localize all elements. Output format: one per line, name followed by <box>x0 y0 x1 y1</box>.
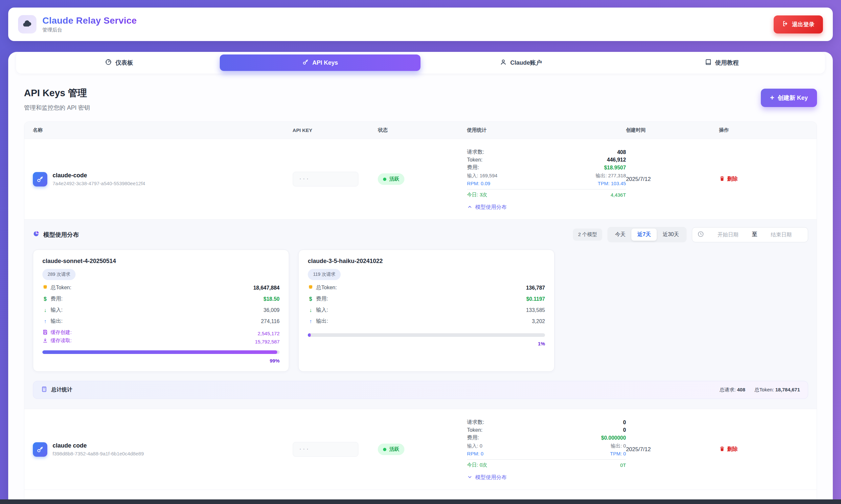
stat-label: 总Token: <box>316 284 337 291</box>
model-distribution-toggle[interactable]: 模型使用分布 <box>467 204 507 211</box>
usage-progress-track <box>308 333 545 337</box>
created-date: 2025/7/12 <box>626 176 719 183</box>
stat-value: $0.1197 <box>526 296 545 302</box>
create-key-button[interactable]: + 创建新 Key <box>761 89 817 107</box>
toggle-label: 模型使用分布 <box>475 204 507 211</box>
model-total-tokens: 总Token: 18,647,884 <box>42 284 280 291</box>
tab-tutorial[interactable]: 使用教程 <box>621 54 823 71</box>
model-distribution-controls: 2 个模型 今天 近7天 近30天 至 <box>573 227 808 242</box>
usage-percent: 1% <box>308 341 545 346</box>
stat-today: 今日: 0次 0T <box>467 462 626 468</box>
status-cell: 活跃 <box>378 444 467 455</box>
stat-tokens: Token: 0 <box>467 427 626 433</box>
gauge-icon <box>105 59 112 67</box>
stat-output: 输出: 0 <box>611 443 626 449</box>
model-distribution-toggle[interactable]: 模型使用分布 <box>467 474 507 481</box>
tab-api-keys[interactable]: API Keys <box>220 54 421 71</box>
tab-dashboard[interactable]: 仪表板 <box>19 54 220 71</box>
time-filter-segmented: 今天 近7天 近30天 <box>608 227 687 242</box>
chevron-down-icon <box>467 474 472 481</box>
clock-icon <box>698 231 704 239</box>
brand: Claude Relay Service 管理后台 <box>18 15 137 34</box>
stat-label: 总Token: <box>51 284 71 291</box>
totals-label: 总计统计 <box>51 386 72 393</box>
status-dot-icon <box>383 178 386 181</box>
stat-label: 输入: <box>316 307 328 313</box>
stat-value: 0 <box>623 420 626 426</box>
stat-value: 3,202 <box>532 319 545 324</box>
start-date-input[interactable] <box>707 232 749 238</box>
model-input: ↓ 输入: 36,009 <box>42 307 280 313</box>
stat-label: 缓存读取: <box>51 338 72 344</box>
model-total-tokens: 总Token: 136,787 <box>308 284 545 291</box>
stat-rpm: RPM: 0.09 <box>467 181 490 186</box>
end-date-input[interactable] <box>760 232 803 238</box>
stat-rpm-tpm: RPM: 0 TPM: 0 <box>467 451 626 456</box>
api-key-masked[interactable]: ··· <box>293 172 358 186</box>
tab-label: 使用教程 <box>715 59 739 67</box>
stat-value: 0 <box>623 427 626 433</box>
stat-io: 输入: 0 输出: 0 <box>467 443 626 449</box>
stat-tokens: Token: 446,912 <box>467 157 626 163</box>
col-header-actions: 操作 <box>719 127 808 133</box>
cache-stats: 缓存创建: 2,545,172 缓存读取: <box>42 329 280 344</box>
totals-title: 总计统计 <box>41 386 72 394</box>
coins-icon <box>308 284 313 291</box>
api-key-masked[interactable]: ··· <box>293 442 358 457</box>
table-row: claude-code 7a4e2492-3c38-4797-a540-5539… <box>24 139 817 219</box>
arrow-up-icon: ↑ <box>42 319 48 324</box>
status-badge: 活跃 <box>378 444 404 455</box>
arrow-down-icon: ↓ <box>308 307 313 313</box>
bottom-strip <box>0 499 841 504</box>
totals-bar: 总计统计 总请求: 408 总Token: 18,784,671 <box>33 381 808 399</box>
stat-today-count: 今日: 3次 <box>467 192 488 198</box>
section-title: 模型使用分布 <box>43 231 79 239</box>
model-requests-badge: 289 次请求 <box>42 269 75 280</box>
page-subtitle: 管理和监控您的 API 密钥 <box>24 104 90 112</box>
filter-today[interactable]: 今天 <box>609 229 631 241</box>
tab-label: API Keys <box>312 59 338 66</box>
trash-icon <box>719 176 725 183</box>
model-cards: claude-sonnet-4-20250514 289 次请求 总Token:… <box>33 250 808 372</box>
api-key-cell: ··· <box>293 442 378 457</box>
delete-button[interactable]: 删除 <box>719 176 738 183</box>
usage-progress-fill <box>308 333 311 337</box>
filter-last30[interactable]: 近30天 <box>657 229 685 241</box>
stat-label: 输入: <box>51 307 63 313</box>
model-output: ↑ 输出: 3,202 <box>308 318 545 325</box>
model-card: claude-3-5-haiku-20241022 119 次请求 总Token… <box>298 250 555 372</box>
delete-button[interactable]: 删除 <box>719 446 738 453</box>
model-cost: $ 费用: $18.50 <box>42 295 280 302</box>
api-key-cell: ··· <box>293 172 378 186</box>
page-title: API Keys 管理 <box>24 87 90 100</box>
stat-label: 费用: <box>51 295 63 302</box>
tab-claude-account[interactable]: Claude账户 <box>421 54 621 71</box>
stat-label: 费用: <box>316 295 328 302</box>
created-date: 2025/7/12 <box>626 446 719 453</box>
stat-today-count: 今日: 0次 <box>467 462 488 468</box>
tab-label: 仪表板 <box>115 59 133 67</box>
logout-label: 退出登录 <box>792 21 814 28</box>
model-cache-read: 缓存读取: 15,792,587 <box>42 337 280 344</box>
model-distribution-title: 模型使用分布 <box>33 231 79 239</box>
key-id: f398d8b8-7352-4a88-9a1f-6b1e0c4d8e89 <box>53 451 144 456</box>
col-header-apikey: API KEY <box>293 127 378 133</box>
actions-cell: 删除 <box>719 176 808 183</box>
stat-label: 输出: <box>51 318 63 325</box>
logout-button[interactable]: 退出登录 <box>774 15 823 34</box>
col-header-usage: 使用统计 <box>467 127 626 133</box>
key-name: claude code <box>53 442 144 449</box>
plus-icon: + <box>770 94 774 102</box>
coins-icon <box>42 284 48 291</box>
stat-value: 446,912 <box>607 157 626 163</box>
chevron-up-icon <box>467 204 472 211</box>
dollar-icon: $ <box>308 296 313 302</box>
stat-value: 15,792,587 <box>255 339 280 344</box>
stat-input: 输入: 0 <box>467 443 483 449</box>
stat-cost: 费用: $0.000000 <box>467 434 626 441</box>
app-title: Claude Relay Service <box>42 15 137 26</box>
top-bar: Claude Relay Service 管理后台 退出登录 <box>8 7 833 41</box>
usage-stats-cell: 请求数: 408 Token: 446,912 费用: $18.9507 <box>467 147 626 211</box>
filter-last7[interactable]: 近7天 <box>631 229 657 241</box>
stat-tpm: TPM: 103.45 <box>598 181 626 186</box>
